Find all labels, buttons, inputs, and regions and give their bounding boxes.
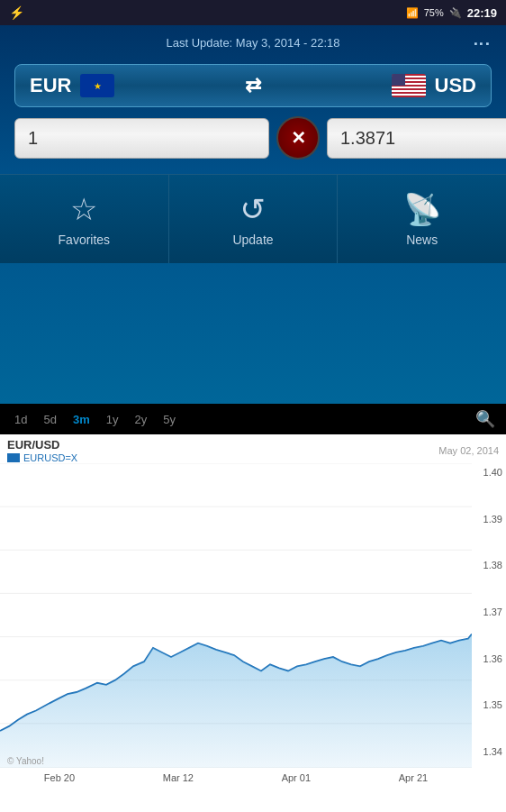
news-label: News: [406, 233, 438, 247]
series-color-indicator: [7, 453, 20, 462]
header: Last Update: May 3, 2014 - 22:18 ⋮: [0, 25, 506, 60]
refresh-icon: ↻: [240, 191, 266, 227]
chart-periods: 1d 5d 3m 1y 2y 5y: [11, 411, 179, 428]
status-bar-left: ⚡: [9, 5, 24, 20]
update-label: Update: [232, 233, 273, 247]
amount-row: ✕: [14, 116, 492, 160]
news-button[interactable]: 📡 News: [338, 175, 506, 263]
chart-y-axis: 1.40 1.39 1.38 1.37 1.36 1.35 1.34: [483, 463, 502, 761]
x-label-apr01: Apr 01: [282, 772, 311, 783]
wifi-icon: 📶: [406, 7, 419, 19]
action-buttons: ☆ Favorites ↻ Update 📡 News: [0, 174, 506, 263]
to-amount-input[interactable]: [327, 118, 506, 159]
yahoo-label: © Yahoo!: [7, 756, 44, 766]
period-1d[interactable]: 1d: [11, 411, 31, 428]
chart-pair-label: EUR/USD: [7, 438, 499, 452]
to-currency[interactable]: USD: [392, 74, 476, 97]
app-container: Last Update: May 3, 2014 - 22:18 ⋮ EUR ⇄…: [0, 25, 506, 404]
usb-icon: ⚡: [9, 5, 24, 20]
favorites-button[interactable]: ☆ Favorites: [0, 175, 169, 263]
x-label-mar12: Mar 12: [163, 772, 194, 783]
clear-icon: ✕: [291, 127, 306, 149]
menu-button[interactable]: ⋮: [472, 36, 492, 54]
chart-header: EUR/USD EURUSD=X: [0, 434, 506, 463]
from-currency[interactable]: EUR: [30, 74, 114, 97]
period-3m[interactable]: 3m: [69, 411, 94, 428]
star-icon: ☆: [70, 191, 97, 227]
series-name: EURUSD=X: [23, 452, 77, 463]
y-label-1: 1.40: [483, 467, 502, 478]
update-button[interactable]: ↻ Update: [169, 175, 339, 263]
from-amount-input[interactable]: [14, 118, 269, 159]
rss-icon: 📡: [403, 191, 441, 227]
y-label-6: 1.35: [483, 699, 502, 710]
from-currency-code: EUR: [30, 74, 71, 97]
period-1y[interactable]: 1y: [103, 411, 122, 428]
battery-icon: 75%: [424, 7, 444, 18]
x-label-apr21: Apr 21: [399, 772, 428, 783]
battery-charging-icon: 🔌: [449, 7, 462, 19]
status-time: 22:19: [467, 6, 497, 20]
y-label-4: 1.37: [483, 607, 502, 617]
from-currency-flag: [80, 74, 114, 97]
y-label-2: 1.39: [483, 514, 502, 525]
last-update-label: Last Update: May 3, 2014 - 22:18: [167, 36, 340, 50]
chart-inner: 1.40 1.39 1.38 1.37 1.36 1.35 1.34 Feb 2…: [0, 463, 506, 788]
y-label-3: 1.38: [483, 560, 502, 570]
y-label-5: 1.36: [483, 653, 502, 664]
period-5y[interactable]: 5y: [159, 411, 179, 428]
swap-button[interactable]: ⇄: [245, 74, 261, 97]
chart-search-icon[interactable]: 🔍: [475, 409, 495, 429]
x-label-feb20: Feb 20: [44, 772, 75, 783]
status-bar: ⚡ 📶 75% 🔌 22:19: [0, 0, 506, 25]
y-label-7: 1.34: [483, 746, 502, 757]
chart-x-axis: Feb 20 Mar 12 Apr 01 Apr 21: [0, 768, 472, 788]
clear-button[interactable]: ✕: [276, 116, 320, 160]
period-2y[interactable]: 2y: [131, 411, 150, 428]
chart-date-label: May 02, 2014: [438, 445, 499, 456]
chart-container: 1d 5d 3m 1y 2y 5y 🔍 EUR/USD EURUSD=X May…: [0, 404, 506, 812]
status-bar-right: 📶 75% 🔌 22:19: [406, 6, 497, 20]
favorites-label: Favorites: [59, 233, 111, 247]
chart-svg: [0, 463, 472, 768]
period-5d[interactable]: 5d: [40, 411, 59, 428]
to-currency-flag: [392, 74, 426, 97]
chart-toolbar: 1d 5d 3m 1y 2y 5y 🔍: [0, 404, 506, 434]
chart-series-label: EURUSD=X: [7, 452, 499, 463]
currency-selector[interactable]: EUR ⇄ USD: [14, 64, 492, 107]
to-currency-code: USD: [435, 74, 476, 97]
